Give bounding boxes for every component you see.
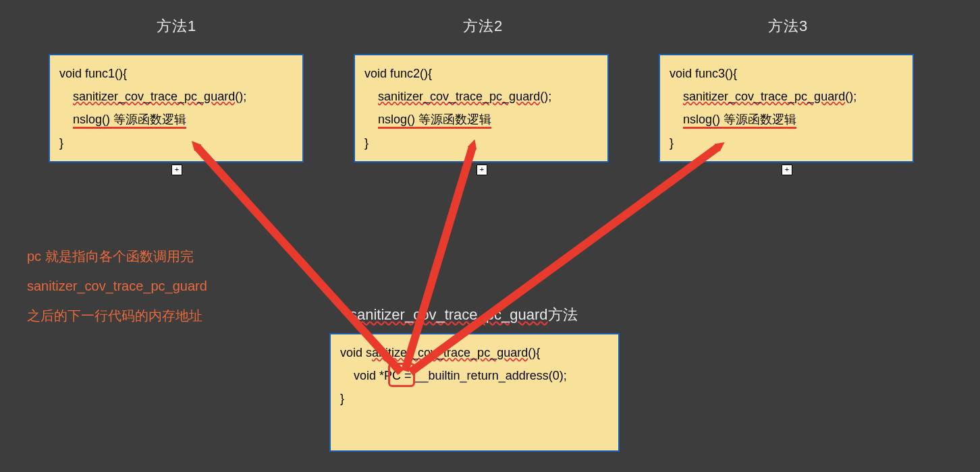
code-box-func2: void func2(){ sanitizer_cov_trace_pc_gua… bbox=[354, 54, 609, 163]
code-line: void func2(){ bbox=[364, 62, 598, 85]
code-line: sanitizer_cov_trace_pc_guard(); bbox=[364, 85, 598, 108]
annotation-text: pc 就是指向各个函数调用完 sanitizer_cov_trace_pc_gu… bbox=[27, 241, 207, 330]
code-line: nslog() 等源函数逻辑 bbox=[364, 108, 598, 131]
code-line: void *PC = __builtin_return_address(0); bbox=[340, 364, 609, 387]
pc-highlight-box bbox=[388, 363, 415, 387]
annotation-line: sanitizer_cov_trace_pc_guard bbox=[27, 271, 207, 301]
code-line: nslog() 等源函数逻辑 bbox=[59, 108, 293, 131]
plus-handle-icon[interactable]: + bbox=[171, 165, 182, 175]
code-box-func3: void func3(){ sanitizer_cov_trace_pc_gua… bbox=[659, 54, 914, 163]
plus-handle-icon[interactable]: + bbox=[782, 165, 792, 175]
code-line: sanitizer_cov_trace_pc_guard(); bbox=[59, 85, 293, 108]
annotation-line: pc 就是指向各个函数调用完 bbox=[27, 241, 207, 271]
code-line: void sanitizer_cov_trace_pc_guard(){ bbox=[340, 341, 609, 364]
code-box-sanitizer: void sanitizer_cov_trace_pc_guard(){ voi… bbox=[329, 333, 620, 452]
code-line: sanitizer_cov_trace_pc_guard(); bbox=[670, 85, 903, 108]
title-method-3: 方法3 bbox=[768, 16, 808, 36]
code-line: } bbox=[670, 131, 903, 154]
code-line: nslog() 等源函数逻辑 bbox=[670, 108, 903, 131]
title-method-2: 方法2 bbox=[463, 16, 503, 36]
code-line: void func1(){ bbox=[59, 62, 293, 85]
code-line: void func3(){ bbox=[670, 62, 903, 85]
code-box-func1: void func1(){ sanitizer_cov_trace_pc_gua… bbox=[49, 54, 304, 163]
code-line: } bbox=[340, 387, 609, 410]
title-method-1: 方法1 bbox=[157, 16, 196, 36]
title-bottom-method: sanitizer_cov_trace_pc_guard方法 bbox=[350, 305, 578, 325]
code-line: } bbox=[59, 131, 293, 154]
annotation-line: 之后的下一行代码的内存地址 bbox=[27, 301, 207, 330]
diagram-stage: 方法1 方法2 方法3 void func1(){ sanitizer_cov_… bbox=[0, 0, 980, 472]
plus-handle-icon[interactable]: + bbox=[477, 165, 487, 175]
code-line: } bbox=[364, 131, 598, 154]
